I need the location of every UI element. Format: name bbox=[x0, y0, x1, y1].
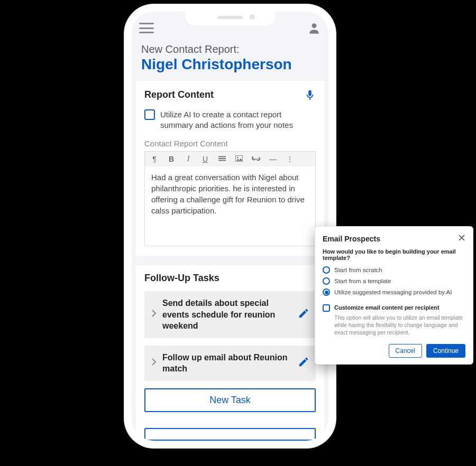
chevron-right-icon bbox=[151, 358, 157, 368]
followup-tasks-card: Follow-Up Tasks Send details about speci… bbox=[136, 265, 324, 441]
tasks-section-title: Follow-Up Tasks bbox=[144, 273, 219, 284]
edit-task-icon[interactable] bbox=[298, 356, 309, 370]
svg-rect-4 bbox=[218, 160, 226, 161]
ai-summary-label: Utilize AI to create a contact report su… bbox=[160, 109, 316, 131]
report-content-card: Report Content Utilize AI to create a co… bbox=[136, 81, 324, 256]
content-field-label: Contact Report Content bbox=[144, 139, 316, 148]
customize-label: Customize email content per recipient bbox=[334, 304, 440, 311]
profile-icon[interactable] bbox=[307, 21, 321, 35]
radio-label: Start from a template bbox=[334, 278, 391, 284]
radio-option-scratch[interactable]: Start from scratch bbox=[323, 266, 465, 274]
svg-rect-2 bbox=[218, 156, 226, 157]
radio-icon bbox=[323, 288, 330, 296]
app-screen: New Contact Report: Nigel Christopherson… bbox=[132, 12, 328, 441]
svg-rect-3 bbox=[218, 158, 226, 159]
dialog-title: Email Prospects bbox=[323, 235, 380, 243]
svg-point-6 bbox=[237, 157, 239, 159]
radio-option-template[interactable]: Start from a template bbox=[323, 277, 465, 285]
page-title: New Contact Report: Nigel Christopherson bbox=[132, 41, 328, 81]
more-options-icon[interactable]: ⋮ bbox=[285, 155, 295, 163]
rich-text-editor: ¶ B I U — ⋮ bbox=[144, 151, 316, 246]
customize-hint: This option will allow you to utilize an… bbox=[334, 314, 465, 337]
phone-frame: New Contact Report: Nigel Christopherson… bbox=[124, 4, 336, 448]
radio-icon bbox=[323, 266, 330, 274]
microphone-icon[interactable] bbox=[304, 88, 316, 102]
format-list-icon[interactable] bbox=[217, 155, 227, 163]
format-underline-icon[interactable]: U bbox=[200, 155, 210, 163]
report-content-textarea[interactable]: Had a great conversation with Nigel abou… bbox=[145, 166, 315, 246]
insert-image-icon[interactable] bbox=[234, 155, 244, 163]
next-action-button[interactable] bbox=[144, 428, 316, 441]
new-task-button[interactable]: New Task bbox=[144, 388, 316, 412]
cancel-button[interactable]: Cancel bbox=[389, 344, 422, 358]
task-row[interactable]: Follow up email about Reunion match bbox=[144, 346, 316, 381]
insert-link-icon[interactable] bbox=[251, 155, 261, 163]
svg-rect-1 bbox=[309, 98, 310, 100]
phone-notch bbox=[185, 11, 275, 25]
horizontal-rule-icon[interactable]: — bbox=[268, 155, 278, 163]
task-row[interactable]: Send details about special events schedu… bbox=[144, 291, 316, 338]
page-title-label: New Contact Report: bbox=[141, 43, 319, 55]
edit-task-icon[interactable] bbox=[298, 307, 309, 321]
task-text: Send details about special events schedu… bbox=[162, 297, 292, 332]
chevron-right-icon bbox=[151, 309, 157, 320]
email-prospects-dialog: Email Prospects How would you like to be… bbox=[315, 226, 473, 365]
radio-label: Start from scratch bbox=[334, 267, 382, 273]
format-italic-icon[interactable]: I bbox=[183, 155, 194, 163]
ai-summary-checkbox[interactable] bbox=[144, 109, 155, 120]
report-section-title: Report Content bbox=[144, 89, 214, 100]
continue-button[interactable]: Continue bbox=[426, 344, 465, 358]
hamburger-menu-icon[interactable] bbox=[139, 23, 154, 33]
task-text: Follow up email about Reunion match bbox=[162, 352, 292, 375]
radio-option-ai[interactable]: Utilize suggested messaging provided by … bbox=[323, 288, 465, 296]
contact-name-link[interactable]: Nigel Christopherson bbox=[141, 55, 319, 73]
radio-label: Utilize suggested messaging provided by … bbox=[334, 289, 452, 295]
radio-icon bbox=[323, 277, 330, 285]
customize-per-recipient-checkbox[interactable] bbox=[323, 304, 330, 312]
close-icon[interactable] bbox=[458, 234, 465, 243]
format-bold-icon[interactable]: B bbox=[166, 155, 177, 163]
format-paragraph-icon[interactable]: ¶ bbox=[149, 155, 160, 163]
svg-point-0 bbox=[312, 23, 317, 28]
editor-toolbar: ¶ B I U — ⋮ bbox=[145, 152, 315, 166]
dialog-question: How would you like to begin building you… bbox=[323, 248, 465, 261]
